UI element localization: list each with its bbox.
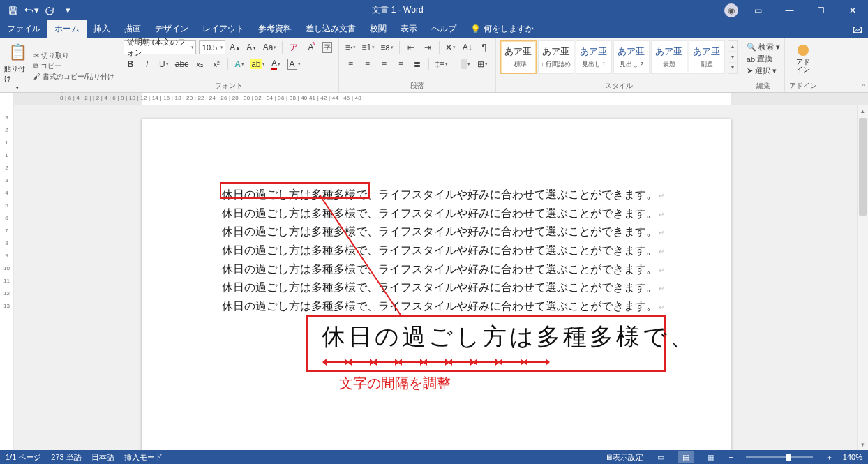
scrollbar-thumb[interactable]: [859, 118, 867, 216]
status-language[interactable]: 日本語: [91, 452, 114, 463]
grow-font-button[interactable]: A▲: [228, 40, 242, 54]
text-line[interactable]: 休日の過ごし方は多種多様で、ライフスタイルや好みに合わせて選ぶことができます。↵: [222, 241, 664, 260]
vertical-ruler[interactable]: 32112345678910111213: [0, 105, 14, 450]
decrease-indent-button[interactable]: ⇤: [404, 40, 418, 54]
ribbon-display-options-icon[interactable]: ▭: [742, 0, 774, 20]
zoom-slider-thumb[interactable]: [786, 454, 791, 461]
view-read-mode-button[interactable]: ▭: [653, 451, 668, 463]
subscript-button[interactable]: x₂: [193, 57, 207, 71]
zoom-out-button[interactable]: −: [728, 453, 733, 461]
view-print-layout-button[interactable]: ▤: [678, 451, 694, 463]
status-page[interactable]: 1/1 ページ: [6, 452, 41, 463]
zoom-level[interactable]: 140%: [843, 453, 862, 461]
text-direction-button[interactable]: ✕▾: [444, 40, 458, 54]
superscript-button[interactable]: x²: [209, 57, 223, 71]
close-button[interactable]: ✕: [837, 0, 868, 20]
zoom-slider[interactable]: [746, 456, 813, 458]
page[interactable]: 休日の過ごし方は多種多様で、ライフスタイルや好みに合わせて選ぶことができます。↵…: [142, 119, 731, 450]
tab-review[interactable]: 校閲: [363, 20, 394, 38]
numbering-button[interactable]: ≡1▾: [360, 40, 376, 54]
tab-layout[interactable]: レイアウト: [195, 20, 251, 38]
change-case-button[interactable]: Aa▾: [262, 40, 278, 54]
text-effects-button[interactable]: A▾: [232, 57, 246, 71]
style-item[interactable]: あア亜↓ 標準: [500, 40, 537, 74]
scroll-up-icon[interactable]: ▴: [858, 105, 868, 117]
tab-home[interactable]: ホーム: [47, 20, 87, 38]
status-insert-mode[interactable]: 挿入モード: [124, 452, 163, 463]
tab-file[interactable]: ファイル: [0, 20, 47, 38]
phonetic-guide-button[interactable]: ア: [287, 40, 301, 54]
scroll-down-icon[interactable]: ▾: [858, 439, 868, 450]
align-right-button[interactable]: ≡: [377, 57, 391, 71]
horizontal-ruler[interactable]: 8 | 6 | 4 | 2 | | 2 | 4 | 6 | 8 | 10 | 1…: [14, 93, 868, 105]
undo-icon[interactable]: ▾: [24, 3, 39, 18]
shading-button[interactable]: ▾: [458, 57, 472, 71]
tab-insert[interactable]: 挿入: [87, 20, 117, 38]
tab-mailings[interactable]: 差し込み文書: [299, 20, 363, 38]
align-left-button[interactable]: ≡: [343, 57, 357, 71]
styles-gallery-more[interactable]: ▴▾▾: [728, 40, 738, 74]
shrink-font-button[interactable]: A▼: [245, 40, 259, 54]
increase-indent-button[interactable]: ⇥: [421, 40, 435, 54]
font-name-combo[interactable]: 游明朝 (本文のフォン▾: [124, 40, 196, 54]
font-color-button[interactable]: A▾: [269, 57, 283, 71]
tab-view[interactable]: 表示: [394, 20, 424, 38]
tab-references[interactable]: 参考資料: [251, 20, 299, 38]
format-painter-button[interactable]: 🖌書式のコピー/貼り付け: [33, 72, 114, 82]
select-button[interactable]: ➤選択▾: [747, 66, 780, 76]
display-settings-button[interactable]: 🖥表示設定: [605, 452, 643, 463]
text-line[interactable]: 休日の過ごし方は多種多様で、ライフスタイルや好みに合わせて選ぶことができます。↵: [222, 223, 664, 241]
italic-button[interactable]: I: [140, 57, 154, 71]
find-button[interactable]: 🔍検索▾: [747, 42, 780, 52]
document-canvas[interactable]: 休日の過ごし方は多種多様で、ライフスタイルや好みに合わせて選ぶことができます。↵…: [14, 105, 868, 450]
underline-button[interactable]: U▾: [157, 57, 171, 71]
tell-me-search[interactable]: 💡 何をしますか: [463, 20, 541, 38]
zoom-in-button[interactable]: ＋: [825, 452, 833, 463]
share-button[interactable]: 🖂: [847, 20, 868, 38]
text-line[interactable]: 休日の過ごし方は多種多様で、ライフスタイルや好みに合わせて選ぶことができます。↵: [222, 260, 664, 279]
copy-button[interactable]: ⧉コピー: [33, 61, 114, 71]
replace-button[interactable]: ab置換: [747, 54, 780, 64]
save-icon[interactable]: [6, 3, 21, 18]
distribute-button[interactable]: ≣: [410, 57, 424, 71]
collapse-ribbon-icon[interactable]: ˄: [862, 83, 865, 91]
borders-button[interactable]: ⊞▾: [475, 57, 489, 71]
line-spacing-button[interactable]: ‡≡▾: [433, 57, 449, 71]
text-line[interactable]: 休日の過ごし方は多種多様で、ライフスタイルや好みに合わせて選ぶことができます。↵: [222, 204, 664, 223]
style-item[interactable]: あア亜見出し 1: [576, 40, 612, 74]
highlight-button[interactable]: ab▾: [249, 57, 266, 71]
justify-button[interactable]: ≡: [394, 57, 407, 71]
show-marks-button[interactable]: ¶: [477, 40, 491, 54]
bold-button[interactable]: B: [124, 57, 137, 71]
tab-help[interactable]: ヘルプ: [424, 20, 463, 38]
strikethrough-button[interactable]: abc: [174, 57, 190, 71]
align-center-button[interactable]: ≡: [360, 57, 374, 71]
font-size-combo[interactable]: 10.5▾: [199, 40, 225, 54]
view-web-layout-button[interactable]: ▦: [703, 451, 719, 463]
qat-customize-icon[interactable]: ▾: [60, 3, 75, 18]
char-shading-button[interactable]: A▾: [286, 57, 302, 71]
style-item[interactable]: あア亜見出し 2: [613, 40, 650, 74]
text-line[interactable]: 休日の過ごし方は多種多様で、ライフスタイルや好みに合わせて選ぶことができます。↵: [222, 278, 664, 297]
style-item[interactable]: あア亜副題: [689, 40, 725, 74]
clear-format-button[interactable]: A✎: [304, 40, 317, 54]
vertical-scrollbar[interactable]: ▴ ▾: [857, 105, 868, 450]
bullets-button[interactable]: ≡·▾: [343, 40, 357, 54]
addins-button[interactable]: アド イン: [789, 40, 817, 73]
tab-draw[interactable]: 描画: [117, 20, 148, 38]
sort-button[interactable]: A↓: [461, 40, 474, 54]
redo-icon[interactable]: [42, 3, 57, 18]
tab-design[interactable]: デザイン: [148, 20, 195, 38]
text-line[interactable]: 休日の過ごし方は多種多様で、ライフスタイルや好みに合わせて選ぶことができます。↵: [222, 297, 664, 316]
cut-button[interactable]: ✂切り取り: [33, 51, 114, 61]
status-wordcount[interactable]: 273 単語: [51, 452, 81, 463]
style-item[interactable]: あア亜表題: [651, 40, 687, 74]
document-content[interactable]: 休日の過ごし方は多種多様で、ライフスタイルや好みに合わせて選ぶことができます。↵…: [222, 186, 664, 316]
paste-button[interactable]: 📋 貼り付け ▾: [4, 40, 31, 91]
enclosed-char-button[interactable]: 字: [320, 40, 334, 54]
style-item[interactable]: あア亜↓ 行間詰め: [538, 40, 574, 74]
account-icon[interactable]: ◉: [720, 0, 742, 20]
maximize-button[interactable]: ☐: [805, 0, 837, 20]
multilevel-button[interactable]: ≡a▾: [379, 40, 395, 54]
minimize-button[interactable]: —: [774, 0, 805, 20]
